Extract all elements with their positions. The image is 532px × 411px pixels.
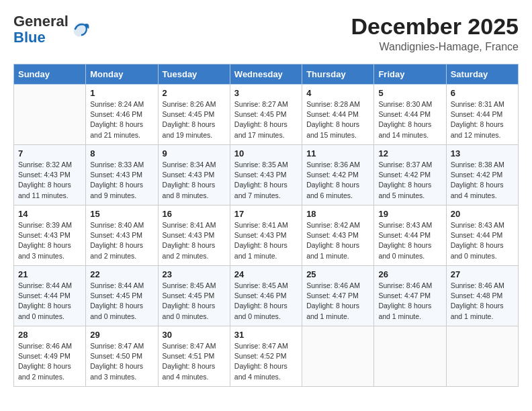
day-number: 30 xyxy=(163,330,226,340)
day-number: 10 xyxy=(234,148,298,158)
day-number: 31 xyxy=(234,330,298,340)
day-number: 16 xyxy=(163,209,226,219)
calendar-cell: 16Sunrise: 8:41 AMSunset: 4:43 PMDayligh… xyxy=(158,205,230,266)
calendar-header-row: SundayMondayTuesdayWednesdayThursdayFrid… xyxy=(14,64,519,85)
day-number: 20 xyxy=(451,209,514,219)
calendar-cell: 10Sunrise: 8:35 AMSunset: 4:43 PMDayligh… xyxy=(230,145,302,205)
calendar-cell: 30Sunrise: 8:47 AMSunset: 4:51 PMDayligh… xyxy=(158,326,230,387)
logo: General Blue xyxy=(13,13,90,46)
day-header-monday: Monday xyxy=(86,64,158,85)
day-number: 3 xyxy=(234,88,298,98)
calendar-week-row: 14Sunrise: 8:39 AMSunset: 4:43 PMDayligh… xyxy=(14,205,519,266)
day-info: Sunrise: 8:43 AMSunset: 4:44 PMDaylight:… xyxy=(378,220,441,261)
calendar-week-row: 1Sunrise: 8:24 AMSunset: 4:46 PMDaylight… xyxy=(14,85,519,145)
calendar-cell: 25Sunrise: 8:46 AMSunset: 4:47 PMDayligh… xyxy=(302,266,374,326)
day-info: Sunrise: 8:46 AMSunset: 4:47 PMDaylight:… xyxy=(306,281,369,322)
day-info: Sunrise: 8:44 AMSunset: 4:44 PMDaylight:… xyxy=(18,281,81,322)
calendar: SundayMondayTuesdayWednesdayThursdayFrid… xyxy=(13,64,519,387)
day-info: Sunrise: 8:30 AMSunset: 4:44 PMDaylight:… xyxy=(378,99,441,140)
calendar-week-row: 7Sunrise: 8:32 AMSunset: 4:43 PMDaylight… xyxy=(14,145,519,205)
calendar-cell: 15Sunrise: 8:40 AMSunset: 4:43 PMDayligh… xyxy=(86,205,158,266)
calendar-cell: 7Sunrise: 8:32 AMSunset: 4:43 PMDaylight… xyxy=(14,145,86,205)
day-info: Sunrise: 8:32 AMSunset: 4:43 PMDaylight:… xyxy=(18,160,81,201)
day-info: Sunrise: 8:24 AMSunset: 4:46 PMDaylight:… xyxy=(90,99,153,140)
calendar-cell: 3Sunrise: 8:27 AMSunset: 4:45 PMDaylight… xyxy=(230,85,302,145)
calendar-cell xyxy=(14,85,86,145)
day-info: Sunrise: 8:28 AMSunset: 4:44 PMDaylight:… xyxy=(306,99,369,140)
day-info: Sunrise: 8:41 AMSunset: 4:43 PMDaylight:… xyxy=(163,220,226,261)
day-info: Sunrise: 8:47 AMSunset: 4:52 PMDaylight:… xyxy=(234,341,298,382)
logo-general: General xyxy=(13,13,69,30)
month-title: December 2025 xyxy=(351,13,519,40)
calendar-cell: 24Sunrise: 8:45 AMSunset: 4:46 PMDayligh… xyxy=(230,266,302,326)
calendar-cell: 21Sunrise: 8:44 AMSunset: 4:44 PMDayligh… xyxy=(14,266,86,326)
day-info: Sunrise: 8:46 AMSunset: 4:47 PMDaylight:… xyxy=(378,281,441,322)
calendar-cell: 2Sunrise: 8:26 AMSunset: 4:45 PMDaylight… xyxy=(158,85,230,145)
calendar-cell: 8Sunrise: 8:33 AMSunset: 4:43 PMDaylight… xyxy=(86,145,158,205)
day-number: 6 xyxy=(451,88,514,98)
calendar-cell: 14Sunrise: 8:39 AMSunset: 4:43 PMDayligh… xyxy=(14,205,86,266)
day-info: Sunrise: 8:47 AMSunset: 4:51 PMDaylight:… xyxy=(163,341,226,382)
day-number: 21 xyxy=(18,269,81,279)
day-number: 8 xyxy=(90,148,153,158)
day-info: Sunrise: 8:41 AMSunset: 4:43 PMDaylight:… xyxy=(234,220,298,261)
day-info: Sunrise: 8:44 AMSunset: 4:45 PMDaylight:… xyxy=(90,281,153,322)
header: General Blue December 2025 Wandignies-Ha… xyxy=(13,13,519,53)
calendar-cell: 1Sunrise: 8:24 AMSunset: 4:46 PMDaylight… xyxy=(86,85,158,145)
calendar-cell xyxy=(302,326,374,387)
calendar-cell: 20Sunrise: 8:43 AMSunset: 4:44 PMDayligh… xyxy=(446,205,518,266)
calendar-cell: 12Sunrise: 8:37 AMSunset: 4:42 PMDayligh… xyxy=(374,145,446,205)
day-header-thursday: Thursday xyxy=(302,64,374,85)
day-number: 9 xyxy=(163,148,226,158)
day-info: Sunrise: 8:36 AMSunset: 4:42 PMDaylight:… xyxy=(306,160,369,201)
day-info: Sunrise: 8:39 AMSunset: 4:43 PMDaylight:… xyxy=(18,220,81,261)
day-info: Sunrise: 8:37 AMSunset: 4:42 PMDaylight:… xyxy=(378,160,441,201)
day-header-tuesday: Tuesday xyxy=(158,64,230,85)
day-info: Sunrise: 8:27 AMSunset: 4:45 PMDaylight:… xyxy=(234,99,298,140)
day-number: 22 xyxy=(90,269,153,279)
calendar-cell: 13Sunrise: 8:38 AMSunset: 4:42 PMDayligh… xyxy=(446,145,518,205)
calendar-cell: 18Sunrise: 8:42 AMSunset: 4:43 PMDayligh… xyxy=(302,205,374,266)
day-number: 1 xyxy=(90,88,153,98)
logo-blue: Blue xyxy=(13,29,46,46)
calendar-week-row: 28Sunrise: 8:46 AMSunset: 4:49 PMDayligh… xyxy=(14,326,519,387)
day-number: 24 xyxy=(234,269,298,279)
day-info: Sunrise: 8:26 AMSunset: 4:45 PMDaylight:… xyxy=(163,99,226,140)
calendar-cell: 5Sunrise: 8:30 AMSunset: 4:44 PMDaylight… xyxy=(374,85,446,145)
day-info: Sunrise: 8:34 AMSunset: 4:43 PMDaylight:… xyxy=(163,160,226,201)
calendar-cell: 11Sunrise: 8:36 AMSunset: 4:42 PMDayligh… xyxy=(302,145,374,205)
day-header-wednesday: Wednesday xyxy=(230,64,302,85)
day-number: 2 xyxy=(163,88,226,98)
day-info: Sunrise: 8:42 AMSunset: 4:43 PMDaylight:… xyxy=(306,220,369,261)
calendar-week-row: 21Sunrise: 8:44 AMSunset: 4:44 PMDayligh… xyxy=(14,266,519,326)
calendar-cell: 19Sunrise: 8:43 AMSunset: 4:44 PMDayligh… xyxy=(374,205,446,266)
calendar-cell: 27Sunrise: 8:46 AMSunset: 4:48 PMDayligh… xyxy=(446,266,518,326)
day-number: 26 xyxy=(378,269,441,279)
day-number: 12 xyxy=(378,148,441,158)
day-number: 25 xyxy=(306,269,369,279)
day-info: Sunrise: 8:40 AMSunset: 4:43 PMDaylight:… xyxy=(90,220,153,261)
calendar-cell: 26Sunrise: 8:46 AMSunset: 4:47 PMDayligh… xyxy=(374,266,446,326)
day-number: 4 xyxy=(306,88,369,98)
day-header-friday: Friday xyxy=(374,64,446,85)
day-number: 14 xyxy=(18,209,81,219)
day-number: 28 xyxy=(18,330,81,340)
day-info: Sunrise: 8:45 AMSunset: 4:46 PMDaylight:… xyxy=(234,281,298,322)
day-info: Sunrise: 8:46 AMSunset: 4:49 PMDaylight:… xyxy=(18,341,81,382)
day-number: 13 xyxy=(451,148,514,158)
day-number: 15 xyxy=(90,209,153,219)
calendar-cell: 31Sunrise: 8:47 AMSunset: 4:52 PMDayligh… xyxy=(230,326,302,387)
day-info: Sunrise: 8:35 AMSunset: 4:43 PMDaylight:… xyxy=(234,160,298,201)
day-info: Sunrise: 8:31 AMSunset: 4:44 PMDaylight:… xyxy=(451,99,514,140)
calendar-cell: 6Sunrise: 8:31 AMSunset: 4:44 PMDaylight… xyxy=(446,85,518,145)
calendar-cell: 4Sunrise: 8:28 AMSunset: 4:44 PMDaylight… xyxy=(302,85,374,145)
calendar-cell: 17Sunrise: 8:41 AMSunset: 4:43 PMDayligh… xyxy=(230,205,302,266)
day-number: 19 xyxy=(378,209,441,219)
day-number: 18 xyxy=(306,209,369,219)
calendar-cell: 29Sunrise: 8:47 AMSunset: 4:50 PMDayligh… xyxy=(86,326,158,387)
location-title: Wandignies-Hamage, France xyxy=(351,41,519,53)
title-area: December 2025 Wandignies-Hamage, France xyxy=(351,13,519,53)
day-info: Sunrise: 8:38 AMSunset: 4:42 PMDaylight:… xyxy=(451,160,514,201)
calendar-cell: 23Sunrise: 8:45 AMSunset: 4:45 PMDayligh… xyxy=(158,266,230,326)
day-info: Sunrise: 8:45 AMSunset: 4:45 PMDaylight:… xyxy=(163,281,226,322)
